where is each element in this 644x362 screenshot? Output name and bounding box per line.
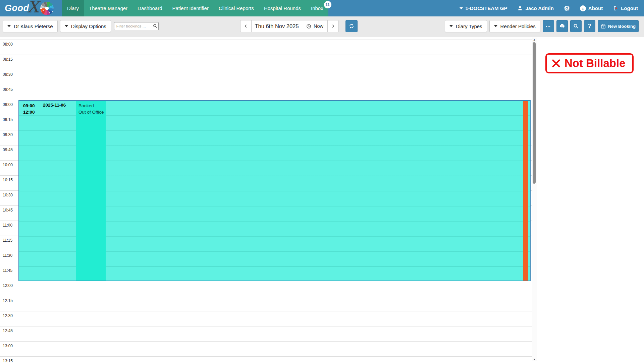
caret-down-icon — [65, 25, 68, 27]
time-label: 11:30 — [3, 253, 12, 258]
booking-event[interactable]: 09:00 12:00 2025-11-06 Booked Out of Off… — [18, 100, 531, 281]
about-button[interactable]: i About — [580, 5, 603, 11]
logo-x: X — [27, 0, 39, 15]
time-label: 10:30 — [3, 193, 13, 197]
logout-icon — [613, 5, 619, 11]
header-right: 1-DOCSTEAM GP Jaco Admin ⚙ i About Logou… — [328, 0, 644, 16]
goodx-logo[interactable]: Good X — [0, 0, 62, 16]
event-start-time: 09:00 — [23, 103, 35, 109]
tab-patient-identifier[interactable]: Patient Identifier — [167, 0, 213, 16]
tab-inbox[interactable]: Inbox 11 — [306, 0, 328, 16]
time-label: 08:30 — [3, 72, 13, 77]
time-label: 12:45 — [3, 328, 13, 333]
next-day-button[interactable] — [327, 20, 339, 32]
time-label: 09:15 — [3, 117, 13, 122]
chevron-right-icon — [331, 24, 335, 28]
top-nav-bar: Good X Diary Theatre Manager Dashboard P… — [0, 0, 644, 16]
scrollbar-thumb[interactable] — [533, 42, 536, 184]
diary-toolbar: Dr Klaus Pieterse Display Options Thu 6t… — [0, 16, 644, 37]
logout-button[interactable]: Logout — [613, 5, 638, 11]
time-label: 13:00 — [3, 344, 13, 348]
new-booking-button[interactable]: New Booking — [598, 20, 639, 32]
search-icon — [153, 24, 157, 28]
time-label: 10:00 — [3, 163, 13, 167]
help-button[interactable]: ? — [584, 20, 595, 32]
inbox-count-badge: 11 — [324, 1, 331, 8]
time-label: 12:15 — [3, 298, 13, 303]
time-label: 11:45 — [3, 268, 12, 273]
info-icon: i — [580, 5, 586, 11]
event-end-time: 12:00 — [23, 109, 35, 115]
filter-bookings-wrap — [114, 22, 159, 30]
tab-dashboard[interactable]: Dashboard — [132, 0, 167, 16]
color-wheel-icon — [40, 2, 54, 15]
side-panel: Not Billable — [537, 37, 644, 362]
time-label: 09:45 — [3, 147, 13, 152]
render-policies-dropdown[interactable]: Render Policies — [489, 20, 540, 32]
time-label: 11:00 — [3, 223, 12, 228]
time-label: 09:00 — [3, 102, 13, 107]
practitioner-dropdown[interactable]: Dr Klaus Pieterse — [3, 20, 58, 32]
practice-selector[interactable]: 1-DOCSTEAM GP — [460, 5, 507, 11]
more-options-button[interactable]: ... — [543, 20, 554, 32]
practice-name: 1-DOCSTEAM GP — [465, 5, 507, 11]
time-row[interactable]: 12:15 — [0, 296, 532, 311]
refresh-button[interactable] — [345, 20, 358, 32]
time-label: 12:00 — [3, 283, 13, 288]
caret-down-icon — [7, 25, 11, 27]
scroll-down-arrow[interactable]: ▼ — [532, 357, 537, 361]
tab-hospital-rounds[interactable]: Hospital Rounds — [259, 0, 306, 16]
not-billable-badge: Not Billable — [545, 53, 634, 73]
event-reason: Out of Office — [78, 109, 106, 115]
time-row[interactable]: 12:30 — [0, 311, 532, 326]
event-type-column: Booked Out of Office — [76, 101, 106, 281]
toolbar-left: Dr Klaus Pieterse Display Options — [3, 20, 159, 32]
time-label: 10:45 — [3, 208, 13, 213]
search-button[interactable] — [570, 20, 582, 32]
tab-theatre-manager[interactable]: Theatre Manager — [84, 0, 132, 16]
time-label: 11:15 — [3, 238, 12, 243]
x-icon — [551, 58, 561, 68]
time-row[interactable]: 13:15 — [0, 356, 532, 362]
time-row[interactable]: 08:30 — [0, 70, 532, 85]
time-label: 08:00 — [3, 42, 13, 47]
logo-text: Good — [5, 3, 29, 13]
filter-bookings-input[interactable] — [114, 22, 159, 30]
tab-clinical-reports[interactable]: Clinical Reports — [214, 0, 259, 16]
ellipsis-icon: ... — [546, 23, 551, 29]
not-billable-label: Not Billable — [565, 57, 626, 70]
current-date-display[interactable]: Thu 6th Nov 2025 — [251, 20, 302, 32]
refresh-icon — [349, 23, 354, 29]
display-options-dropdown[interactable]: Display Options — [60, 20, 111, 32]
time-row[interactable]: 12:00 — [0, 281, 532, 296]
toolbar-right: Diary Types Render Policies ... ? New Bo… — [445, 20, 639, 32]
settings-button[interactable]: ⚙ — [564, 5, 570, 12]
caret-down-icon — [494, 25, 497, 27]
time-label: 08:15 — [3, 57, 13, 62]
user-menu[interactable]: Jaco Admin — [517, 5, 553, 11]
print-button[interactable] — [556, 20, 568, 32]
gear-icon: ⚙ — [564, 5, 570, 12]
caret-down-icon — [460, 7, 463, 9]
time-row[interactable]: 12:45 — [0, 326, 532, 341]
user-icon — [517, 5, 523, 11]
calendar-plus-icon — [601, 24, 606, 29]
time-row[interactable]: 08:45 — [0, 85, 532, 100]
event-status: Booked — [78, 103, 106, 109]
event-time-range: 09:00 12:00 — [23, 103, 35, 115]
scroll-up-arrow[interactable]: ▲ — [532, 38, 537, 42]
question-icon: ? — [588, 23, 591, 29]
diary-types-dropdown[interactable]: Diary Types — [445, 20, 487, 32]
now-button[interactable]: Now — [302, 20, 328, 32]
calendar-scrollbar[interactable]: ▲ ▼ — [532, 38, 537, 361]
time-row[interactable]: 08:15 — [0, 55, 532, 70]
chevron-left-icon — [244, 24, 248, 28]
tab-diary[interactable]: Diary — [62, 0, 84, 16]
time-row[interactable]: 08:00 — [0, 40, 532, 55]
nav-tabs: Diary Theatre Manager Dashboard Patient … — [62, 0, 328, 16]
event-flag-bar — [523, 101, 528, 281]
time-row[interactable]: 13:00 — [0, 341, 532, 356]
prev-day-button[interactable] — [240, 20, 252, 32]
user-name: Jaco Admin — [525, 5, 553, 11]
time-gutter-divider — [18, 40, 18, 362]
